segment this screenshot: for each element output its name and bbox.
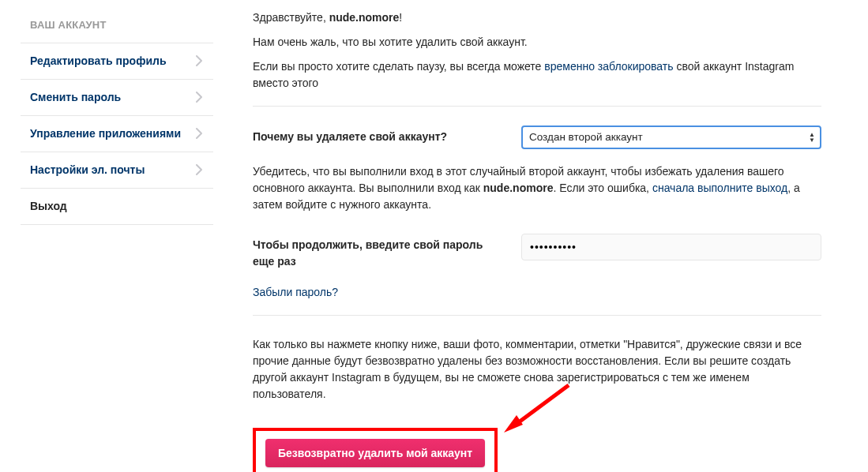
sidebar-title: ВАШ АККАУНТ (21, 8, 213, 43)
hint-username: nude.nomore (483, 182, 554, 194)
pause-suggestion: Если вы просто хотите сделать паузу, вы … (253, 58, 821, 92)
sorry-line: Нам очень жаль, что вы хотите удалить св… (253, 34, 821, 51)
delete-warning-text: Как только вы нажмете кнопку ниже, ваши … (253, 336, 821, 403)
sign-out-first-link[interactable]: сначала выполните выход (652, 182, 787, 194)
forgot-password-link[interactable]: Забыли пароль? (253, 286, 338, 298)
delete-button-highlight-box: Безвозвратно удалить мой аккаунт (253, 428, 498, 472)
hint-mid: . Если это ошибка, (553, 182, 652, 194)
chevron-right-icon (196, 55, 202, 66)
temporarily-disable-link[interactable]: временно заблокировать (544, 60, 673, 73)
chevron-right-icon (196, 164, 202, 175)
chevron-right-icon (196, 128, 202, 139)
password-row: Чтобы продолжить, введите свой пароль ещ… (253, 234, 821, 270)
reason-select[interactable]: Создан второй аккаунт ▲▼ (521, 125, 821, 149)
reason-label: Почему вы удаляете свой аккаунт? (253, 125, 505, 145)
sidebar-item-label: Сменить пароль (30, 89, 121, 106)
second-account-hint: Убедитесь, что вы выполнили вход в этот … (253, 163, 821, 213)
reason-row: Почему вы удаляете свой аккаунт? Создан … (253, 125, 821, 149)
sidebar-item-change-password[interactable]: Сменить пароль (21, 79, 213, 115)
main-content: Здравствуйте, nude.nomore! Нам очень жал… (213, 0, 845, 472)
divider (253, 315, 821, 316)
greeting-suffix: ! (399, 11, 402, 24)
sidebar-item-label: Выход (30, 198, 67, 215)
sidebar-item-label: Управление приложениями (30, 125, 181, 142)
permanently-delete-button[interactable]: Безвозвратно удалить мой аккаунт (265, 439, 485, 467)
chevron-right-icon (196, 92, 202, 103)
divider (253, 106, 821, 107)
pause-prefix: Если вы просто хотите сделать паузу, вы … (253, 60, 544, 73)
greeting-line: Здравствуйте, nude.nomore! (253, 9, 821, 26)
svg-marker-1 (504, 415, 523, 433)
sidebar-item-label: Настройки эл. почты (30, 162, 145, 178)
forgot-password-row: Забыли пароль? (253, 284, 821, 301)
select-arrows-icon: ▲▼ (809, 132, 815, 143)
reason-selected-value: Создан второй аккаунт (529, 129, 643, 145)
sidebar: ВАШ АККАУНТ Редактировать профиль Сменит… (0, 0, 213, 472)
sidebar-item-edit-profile[interactable]: Редактировать профиль (21, 43, 213, 79)
sidebar-item-email-settings[interactable]: Настройки эл. почты (21, 152, 213, 188)
password-input[interactable] (521, 234, 821, 260)
password-label: Чтобы продолжить, введите свой пароль ещ… (253, 234, 505, 270)
sidebar-item-logout[interactable]: Выход (21, 188, 213, 225)
sidebar-item-label: Редактировать профиль (30, 53, 167, 69)
greeting-username: nude.nomore (329, 11, 400, 24)
greeting-prefix: Здравствуйте, (253, 11, 329, 24)
sidebar-item-manage-apps[interactable]: Управление приложениями (21, 115, 213, 152)
